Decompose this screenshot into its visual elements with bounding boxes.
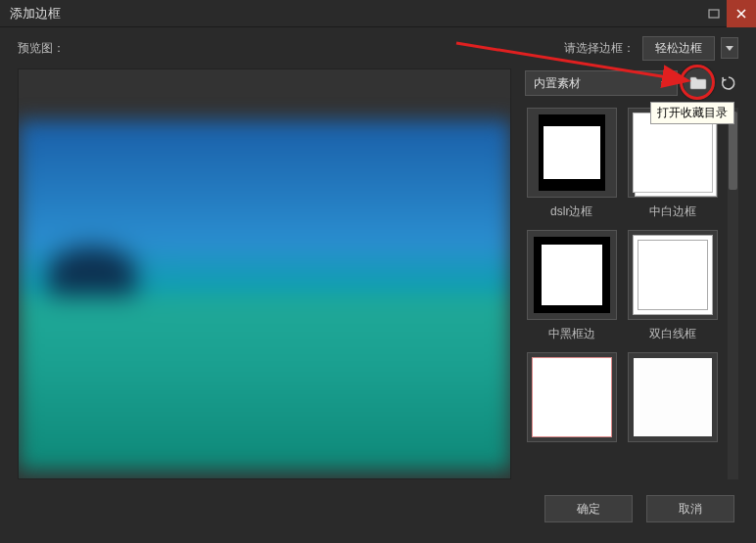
tooltip: 打开收藏目录: [650, 102, 734, 124]
svg-rect-0: [709, 10, 719, 18]
frame-thumb[interactable]: [628, 230, 718, 320]
frame-item-dslr: dslr边框: [525, 108, 619, 220]
scrollbar[interactable]: [728, 108, 738, 479]
close-button[interactable]: [727, 0, 756, 27]
chevron-down-icon: [726, 46, 733, 51]
frame-item-midwhite: 中白边框: [627, 108, 721, 220]
refresh-button[interactable]: [719, 70, 738, 96]
chevron-down-icon: [661, 81, 669, 86]
frame-thumb[interactable]: [527, 352, 617, 442]
frame-item-midblack: 中黑框边: [525, 230, 619, 342]
preview-image: [19, 120, 510, 471]
folder-icon: [689, 76, 707, 90]
select-border-label: 请选择边框：: [564, 40, 635, 57]
border-type-select[interactable]: 轻松边框: [642, 36, 715, 61]
side-panel: 内置素材 打开收藏目录 dslr边框: [525, 68, 738, 479]
frame-item-dblwhite: 双白线框: [627, 230, 721, 342]
content-area: 内置素材 打开收藏目录 dslr边框: [0, 68, 756, 479]
ok-button[interactable]: 确定: [544, 495, 633, 522]
window-title: 添加边框: [10, 5, 701, 23]
open-favorites-button[interactable]: [684, 68, 713, 98]
frame-item-6: [627, 352, 721, 448]
footer: 确定 取消: [0, 479, 756, 538]
refresh-icon: [721, 75, 736, 91]
frame-label: 中黑框边: [548, 326, 595, 342]
frame-label: 中白边框: [649, 204, 696, 220]
frame-thumb[interactable]: [628, 352, 718, 442]
preview-pane: [18, 68, 511, 479]
cancel-button[interactable]: 取消: [646, 495, 734, 522]
frame-grid: dslr边框 中白边框 中黑框边 双白线框: [525, 108, 726, 479]
toolbar: 预览图： 请选择边框： 轻松边框: [0, 27, 756, 68]
frame-label: dslr边框: [550, 204, 592, 220]
frame-item-5: [525, 352, 619, 448]
minimize-button[interactable]: [701, 4, 727, 23]
material-source-select[interactable]: 内置素材: [525, 70, 678, 96]
material-source-value: 内置素材: [534, 75, 581, 92]
frame-label: 双白线框: [649, 326, 696, 342]
titlebar: 添加边框: [0, 0, 756, 27]
frame-thumb[interactable]: [527, 230, 617, 320]
preview-label: 预览图：: [18, 40, 65, 57]
border-type-dropdown-icon[interactable]: [721, 37, 738, 59]
frame-thumb[interactable]: [527, 108, 617, 198]
